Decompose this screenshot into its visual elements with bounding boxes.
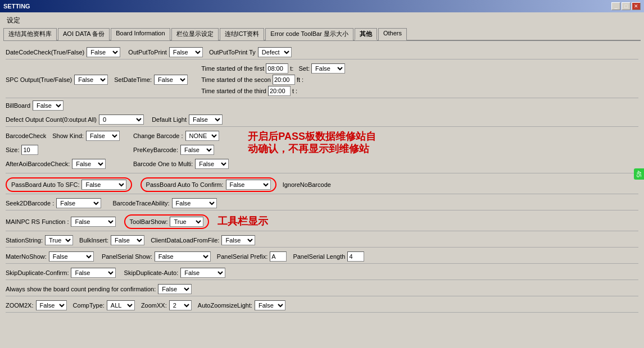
close-button[interactable]: ✕ [632,2,641,10]
comptype-select[interactable]: ALL [107,300,135,310]
mainpc-select[interactable]: False [71,217,116,227]
row-alwaysshow: Always show the board count pending for … [6,282,638,296]
zoomxx-select[interactable]: 2 [169,300,192,310]
row-barcode: BarcodeCheck Show Kind: False Size: Afte… [6,129,638,173]
tab-connect-other[interactable]: 连结其他资料库 [3,28,57,40]
timesecond-suffix: ft : [297,76,303,83]
timesecond-input[interactable] [273,75,295,85]
minimize-button[interactable]: _ [611,2,620,10]
stationstring-select[interactable]: True [45,235,73,245]
tab-bar: 连结其他资料库 AOI DATA 备份 Board Information 栏位… [3,28,641,41]
timethird-input[interactable] [268,86,291,96]
row-passboard: PassBoard Auto To SFC: False PassBoard A… [6,176,638,194]
time-row-third: Time started of the third t : [201,86,345,96]
tab-board-info[interactable]: Board Information [111,28,170,40]
time-section: Time started of the first t: Set: False … [201,63,345,96]
green-side-badge: 45 [634,168,644,180]
set-select[interactable]: False [311,63,345,74]
panelserial-select[interactable]: False [155,251,211,262]
passboard-confirm-label: PassBoard Auto To Confirm: [146,181,224,188]
showkind-select[interactable]: False [86,131,120,141]
window-controls: _ □ ✕ [611,2,641,10]
barcode-showkind-row: BarcodeCheck Show Kind: False [6,131,120,141]
passboard-confirm-group: PassBoard Auto To Confirm: False [140,177,276,192]
comptype-label: CompType: [73,302,105,309]
skipdup-select[interactable]: False [71,268,116,278]
alwaysshow-label: Always show the board count pending for … [6,286,156,292]
stationstring-label: StationString: [6,237,43,244]
zoom2x-label: ZOOM2X: [6,302,34,309]
outputtoprintty-label: OutPutToPrint Ty [209,49,256,56]
barcodetrace-select[interactable]: False [172,198,217,208]
row-spc: SPC Output(True/False) False SetDateTime… [6,62,638,98]
barcodetrace-label: BarcodeTraceAbility: [112,200,169,207]
skipdupato-label: SkipDuplicate-Auto: [124,269,179,276]
barcodecheck-label: BarcodeCheck [6,132,46,139]
title-bar: SETTING _ □ ✕ [0,0,644,12]
mainpc-label: MAINPC RS Function : [6,218,69,225]
panelseriallength-label: PanelSerial Length [293,253,345,260]
barcode-right: Change Barcode : NONE PreKeyBarcode: Fal… [133,131,229,171]
tab-aoi-data[interactable]: AOI DATA 备份 [58,28,110,40]
autozoom-select[interactable]: False [255,300,285,310]
zoom2x-select[interactable]: False [36,300,67,310]
autozoom-label: AutoZoomsizeLight: [198,302,252,309]
defaultlight-select[interactable]: False [189,115,223,125]
spcoutput-label: SPC Output(True/False) [6,76,72,83]
tab-connect-ict[interactable]: 连结ICT资料 [220,28,265,40]
annotation-pass: 开启后PASS板数据维修站自 动确认，不再显示到维修站 [248,131,376,155]
barconemulti-select[interactable]: False [195,159,229,169]
afteraoi-label: AfterAoiBarcodeCheck: [6,161,70,167]
spcoutput-select[interactable]: False [74,75,108,85]
clientdataload-select[interactable]: False [221,235,255,245]
datecodeccheck-select[interactable]: False [87,47,120,57]
window-body: 设定 连结其他资料库 AOI DATA 备份 Board Information… [0,12,644,348]
panelseriallength-input[interactable] [347,251,364,262]
tab-others[interactable]: Others [378,28,407,40]
timefirst-label: Time started of the first [201,65,264,72]
prekeybarcode-label: PreKeyBarcode: [133,146,178,153]
size-input[interactable] [21,145,38,155]
panelserialprefix-input[interactable] [270,251,287,262]
changebarcode-row: Change Barcode : NONE [133,131,229,141]
defectoutput-select[interactable]: 0 [99,115,144,125]
alwaysshow-select[interactable]: False [158,284,192,294]
passboard-sfc-select[interactable]: False [81,180,126,190]
row-mainpc: MAINPC RS Function : False ToolBarShow: … [6,213,638,231]
tab-error-code[interactable]: Error code ToolBar 显示大小 [265,28,353,40]
passboard-sfc-group: PassBoard Auto To SFC: False [6,177,132,192]
zoomxx-label: ZoomXX: [141,302,167,309]
tab-other[interactable]: 其他 [355,28,377,40]
panelserialprefix-label: PanelSerial Prefix: [217,253,268,260]
main-content: DateCodeCheck(True/False) False OutPutTo… [3,43,641,317]
row-skipduplicate: SkipDuplicate-Confirm: False SkipDuplica… [6,266,638,280]
maternoshow-select[interactable]: False [49,251,94,262]
outputtoprint-select[interactable]: False [169,47,203,57]
timefirst-input[interactable] [266,63,288,74]
bulkinsert-select[interactable]: False [111,235,144,245]
prekeybarcode-select[interactable]: False [180,145,214,155]
passboard-sfc-label: PassBoard Auto To SFC: [11,181,79,188]
changebarcode-label: Change Barcode : [133,132,183,139]
barcode-size-row: Size: [6,145,120,155]
menu-item-settings[interactable]: 设定 [3,15,24,25]
setdatetime-label: SetDateTime: [114,76,152,83]
tab-column-display[interactable]: 栏位显示设定 [171,28,219,40]
outputtoprintty-select[interactable]: Defect [258,47,292,57]
afteraoi-select[interactable]: False [72,159,106,169]
passboard-confirm-select[interactable]: False [226,180,271,190]
barcode-afteraoi-row: AfterAoiBarcodeCheck: False [6,159,120,169]
seek2d-label: Seek2DBarcode : [6,200,54,207]
row-billboard: BillBoard False [6,100,638,111]
billboard-label: BillBoard [6,102,30,109]
toolbarshow-select[interactable]: True [170,217,203,227]
skipdupato-select[interactable]: False [180,268,225,278]
changebarcode-select[interactable]: NONE [185,131,219,141]
maximize-button[interactable]: □ [622,2,631,10]
billboard-select[interactable]: False [33,100,64,111]
bulkinsert-label: BulkInsert: [79,237,108,244]
seek2d-select[interactable]: False [56,198,101,208]
time-row-first: Time started of the first t: Set: False [201,63,345,74]
setdatetime-select[interactable]: False [154,75,188,85]
row-zoom: ZOOM2X: False CompType: ALL ZoomXX: 2 Au… [6,299,638,313]
